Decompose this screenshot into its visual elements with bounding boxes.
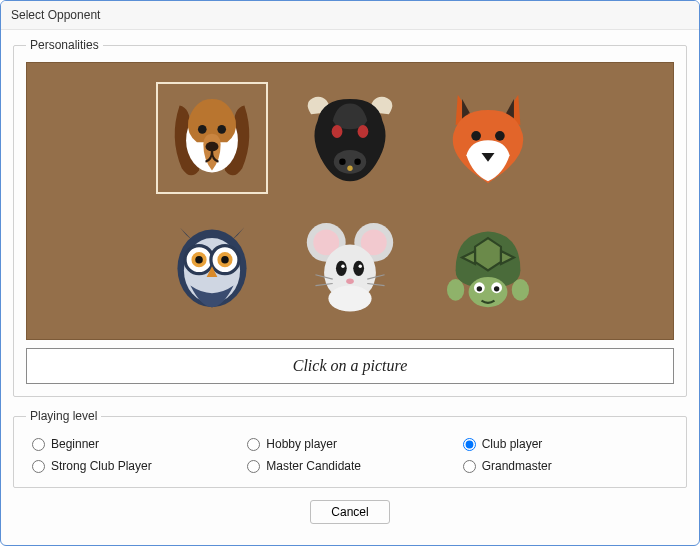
instruction-text: Click on a picture <box>293 357 408 375</box>
cancel-button[interactable]: Cancel <box>310 500 390 524</box>
svg-point-2 <box>217 125 226 134</box>
svg-point-5 <box>358 125 369 138</box>
svg-point-30 <box>346 279 354 284</box>
turtle-icon <box>434 210 542 318</box>
svg-point-26 <box>336 261 347 276</box>
radio-grandmaster[interactable]: Grandmaster <box>463 459 668 473</box>
playing-level-legend: Playing level <box>26 409 101 423</box>
svg-point-4 <box>332 125 343 138</box>
svg-point-29 <box>359 264 362 267</box>
svg-point-7 <box>339 159 345 165</box>
avatar-row-top <box>156 82 544 194</box>
radio-strong-club-label: Strong Club Player <box>51 459 152 473</box>
dog-icon <box>158 84 266 192</box>
instruction-bar: Click on a picture <box>26 348 674 384</box>
personalities-group: Personalities <box>13 38 687 397</box>
svg-point-38 <box>477 286 482 291</box>
radio-beginner[interactable]: Beginner <box>32 437 237 451</box>
dialog-window: Select Opponent Personalities <box>0 0 700 546</box>
playing-level-group: Playing level Beginner Hobby player Club… <box>13 409 687 488</box>
avatar-bull[interactable] <box>294 82 406 194</box>
dialog-content: Personalities <box>1 30 699 534</box>
svg-point-27 <box>353 261 364 276</box>
radio-master-candidate[interactable]: Master Candidate <box>247 459 452 473</box>
avatar-owl[interactable] <box>156 208 268 320</box>
bull-icon <box>296 84 404 192</box>
radio-strong-club[interactable]: Strong Club Player <box>32 459 237 473</box>
svg-point-10 <box>471 131 481 141</box>
avatar-mouse[interactable] <box>294 208 406 320</box>
radio-club-input[interactable] <box>463 438 476 451</box>
personalities-panel <box>26 62 674 340</box>
svg-point-9 <box>347 166 352 171</box>
window-title: Select Opponent <box>1 1 699 30</box>
svg-point-39 <box>494 286 499 291</box>
avatar-turtle[interactable] <box>432 208 544 320</box>
radio-master-candidate-label: Master Candidate <box>266 459 361 473</box>
svg-point-1 <box>198 125 207 134</box>
svg-point-8 <box>354 159 360 165</box>
radio-hobby-input[interactable] <box>247 438 260 451</box>
mouse-icon <box>296 210 404 318</box>
radio-hobby[interactable]: Hobby player <box>247 437 452 451</box>
svg-point-19 <box>221 256 229 264</box>
radio-grandmaster-input[interactable] <box>463 460 476 473</box>
personalities-legend: Personalities <box>26 38 103 52</box>
avatar-row-bottom <box>156 208 544 320</box>
svg-point-3 <box>206 142 219 152</box>
svg-point-28 <box>341 264 344 267</box>
dialog-button-row: Cancel <box>13 500 687 524</box>
avatar-dog[interactable] <box>156 82 268 194</box>
radio-master-candidate-input[interactable] <box>247 460 260 473</box>
svg-point-11 <box>495 131 505 141</box>
owl-icon <box>158 210 266 318</box>
radio-hobby-label: Hobby player <box>266 437 337 451</box>
radio-club[interactable]: Club player <box>463 437 668 451</box>
radio-club-label: Club player <box>482 437 543 451</box>
svg-point-25 <box>328 286 371 312</box>
svg-point-18 <box>195 256 203 264</box>
playing-level-grid: Beginner Hobby player Club player Strong… <box>26 433 674 475</box>
radio-grandmaster-label: Grandmaster <box>482 459 552 473</box>
radio-beginner-label: Beginner <box>51 437 99 451</box>
radio-beginner-input[interactable] <box>32 438 45 451</box>
avatar-fox[interactable] <box>432 82 544 194</box>
svg-point-40 <box>447 279 464 301</box>
radio-strong-club-input[interactable] <box>32 460 45 473</box>
fox-icon <box>434 84 542 192</box>
svg-point-41 <box>512 279 529 301</box>
